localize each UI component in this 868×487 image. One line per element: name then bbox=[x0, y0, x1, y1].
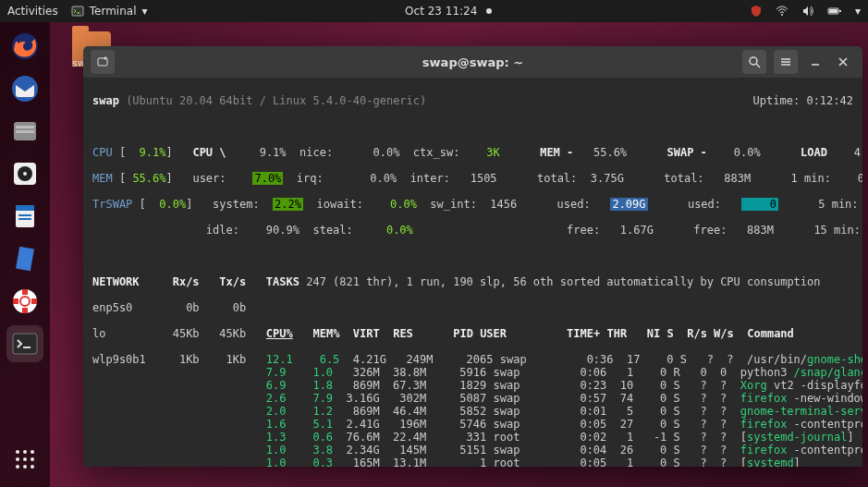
svg-point-26 bbox=[31, 457, 34, 461]
process-row: 1.3 0.6 76.6M 22.4M 331 root 0:02 1 -1 S… bbox=[92, 431, 853, 444]
notification-dot-icon bbox=[486, 8, 492, 14]
svg-point-1 bbox=[781, 14, 783, 16]
terminal-content[interactable]: swap (Ubuntu 20.04 64bit / Linux 5.4.0-4… bbox=[83, 78, 862, 467]
dock-terminal[interactable] bbox=[6, 325, 43, 362]
svg-point-12 bbox=[23, 172, 27, 176]
chevron-down-icon[interactable]: ▾ bbox=[855, 5, 861, 18]
process-row: 1.0 3.8 2.34G 145M 5151 swap 0:04 26 0 S… bbox=[92, 444, 853, 457]
app-menu-label: Terminal bbox=[90, 5, 137, 18]
new-tab-button[interactable] bbox=[91, 50, 115, 74]
svg-rect-20 bbox=[13, 334, 37, 354]
clock[interactable]: Oct 23 11:24 bbox=[405, 5, 492, 18]
svg-rect-8 bbox=[16, 126, 34, 128]
dock-firefox[interactable] bbox=[6, 28, 43, 65]
process-row: 2.6 7.9 3.16G 302M 5087 swap 0:57 74 0 S… bbox=[92, 392, 853, 405]
process-row: 2.0 1.2 869M 46.4M 5852 swap 0:01 5 0 S … bbox=[92, 405, 853, 418]
close-button[interactable] bbox=[833, 52, 853, 72]
dock-thunderbird[interactable] bbox=[6, 70, 43, 107]
svg-point-28 bbox=[23, 465, 27, 469]
process-row: 6.9 1.8 869M 67.3M 1829 swap 0:23 10 0 S… bbox=[92, 379, 853, 392]
svg-rect-9 bbox=[16, 130, 34, 133]
svg-point-31 bbox=[750, 57, 757, 65]
svg-rect-3 bbox=[829, 9, 837, 13]
dock-writer[interactable] bbox=[6, 198, 43, 235]
terminal-window: swap@swap: ~ swap (Ubuntu 20.04 64bit / … bbox=[83, 46, 862, 467]
dock-files[interactable] bbox=[6, 113, 43, 150]
process-row: 1.0 0.3 165M 13.1M 1 root 0:05 1 0 S ? ?… bbox=[92, 457, 853, 467]
terminal-icon bbox=[71, 5, 84, 18]
svg-point-27 bbox=[16, 465, 19, 469]
process-row: 1.6 5.1 2.41G 196M 5746 swap 0:05 27 0 S… bbox=[92, 418, 853, 431]
menu-button[interactable] bbox=[774, 50, 798, 74]
svg-point-24 bbox=[16, 457, 19, 461]
chevron-down-icon: ▾ bbox=[141, 5, 147, 18]
svg-point-21 bbox=[16, 450, 19, 454]
svg-rect-16 bbox=[18, 218, 31, 220]
shield-icon[interactable] bbox=[750, 5, 763, 18]
window-titlebar[interactable]: swap@swap: ~ bbox=[83, 46, 862, 78]
battery-icon[interactable] bbox=[827, 5, 842, 18]
wifi-icon[interactable] bbox=[776, 5, 789, 18]
process-row: 7.9 1.0 326M 38.8M 5916 swap 0:06 1 0 R … bbox=[92, 366, 853, 379]
volume-icon[interactable] bbox=[801, 5, 814, 18]
svg-point-22 bbox=[23, 450, 27, 454]
search-button[interactable] bbox=[742, 50, 766, 74]
svg-point-19 bbox=[20, 297, 30, 306]
svg-rect-15 bbox=[18, 214, 31, 216]
svg-rect-4 bbox=[839, 10, 841, 12]
dock-app-blue[interactable] bbox=[6, 240, 43, 277]
svg-rect-0 bbox=[72, 6, 83, 16]
svg-point-25 bbox=[23, 457, 27, 461]
dock-rhythmbox[interactable] bbox=[6, 155, 43, 192]
gnome-top-bar: Activities Terminal ▾ Oct 23 11:24 ▾ bbox=[0, 0, 868, 22]
dock-show-apps[interactable] bbox=[6, 441, 43, 478]
activities-button[interactable]: Activities bbox=[7, 5, 58, 18]
app-menu[interactable]: Terminal ▾ bbox=[71, 5, 148, 18]
svg-rect-14 bbox=[16, 205, 34, 211]
svg-rect-17 bbox=[16, 247, 34, 271]
svg-point-29 bbox=[31, 465, 34, 469]
ubuntu-dock bbox=[0, 22, 50, 487]
dock-help[interactable] bbox=[6, 283, 43, 320]
svg-point-23 bbox=[31, 450, 34, 454]
minimize-button[interactable] bbox=[805, 52, 825, 72]
